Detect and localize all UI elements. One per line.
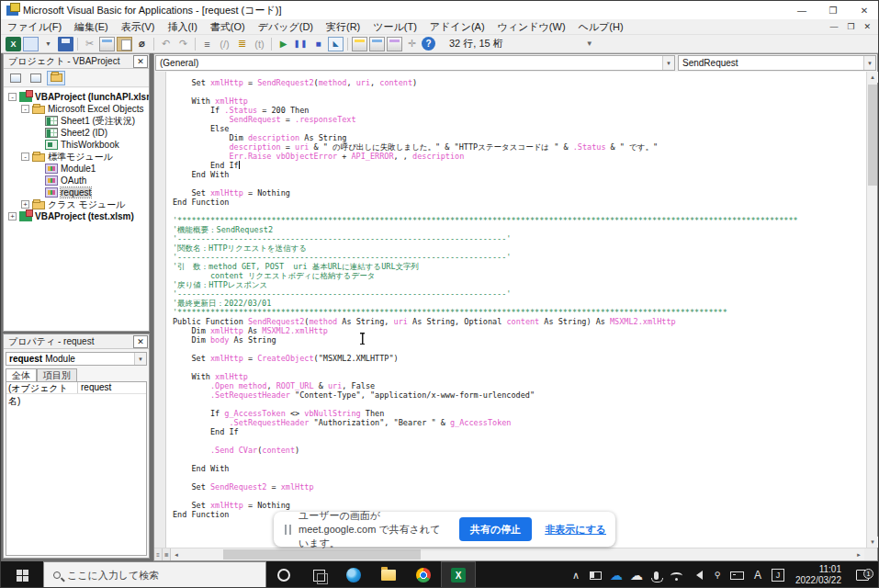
code-line[interactable]: SendRequest = .responseText (173, 115, 866, 124)
expand-icon[interactable]: + (21, 200, 29, 209)
code-line[interactable]: Dim body As String (173, 335, 866, 345)
chrome-button[interactable] (406, 561, 441, 588)
object-browser-icon[interactable] (387, 37, 402, 51)
project-panel-close-icon[interactable]: ✕ (133, 55, 148, 68)
code-line[interactable]: '---------------------------------------… (173, 289, 866, 299)
mdi-minimize-button[interactable]: — (829, 22, 838, 31)
tree-item--[interactable]: -標準モジュール (4, 151, 149, 163)
code-line[interactable] (173, 207, 866, 216)
help-icon[interactable]: ? (422, 37, 435, 51)
cut-icon[interactable]: ✂ (82, 37, 97, 51)
insert-userform-icon[interactable] (23, 37, 39, 51)
chevron-down-icon[interactable]: ▼ (662, 56, 674, 70)
code-line[interactable]: Set SendRequest2 = xmlHttp (173, 482, 866, 492)
paste-icon[interactable] (117, 37, 132, 51)
tree-item-request[interactable]: request (4, 187, 149, 198)
chevron-down-icon[interactable]: ▼ (134, 353, 146, 365)
cortana-button[interactable] (266, 561, 301, 588)
run-icon[interactable]: ▶ (276, 37, 291, 51)
code-line[interactable]: '引 数：method GET, POST uri 基本URLに連結するURL文… (173, 262, 866, 271)
code-line[interactable]: End With (173, 170, 866, 179)
uncomment-block-icon[interactable]: (t) (252, 37, 267, 51)
horizontal-scrollbar[interactable] (182, 548, 853, 560)
code-line[interactable]: If .Status = 200 Then (173, 106, 866, 115)
menu-item-6[interactable]: 実行(R) (320, 19, 366, 35)
code-line[interactable]: .Send CVar(content) (173, 446, 866, 455)
code-line[interactable]: Public Function SendRequest2(method As S… (173, 317, 866, 326)
code-line[interactable] (173, 436, 866, 446)
code-line[interactable]: Set xmlHttp = SendRequest2(method, uri, … (173, 78, 866, 87)
property-row[interactable]: (オブジェクト名)request (6, 382, 146, 394)
comment-block-icon[interactable]: (/) (217, 37, 232, 51)
menu-item-8[interactable]: アドイン(A) (423, 19, 491, 35)
tree-item-vbaproject-test-xlsm-[interactable]: +VBAProject (test.xlsm) (4, 210, 149, 222)
file-explorer-button[interactable] (371, 561, 406, 588)
scroll-up-icon[interactable]: ▲ (867, 72, 878, 83)
code-line[interactable]: Set xmlHttp = CreateObject("MSXML2.XMLHT… (173, 354, 866, 363)
view-excel-icon[interactable]: X (6, 37, 21, 51)
action-center-button[interactable]: 1 (849, 570, 876, 581)
code-text[interactable]: Set xmlHttp = SendRequest2(method, uri, … (166, 72, 866, 519)
tree-item-label[interactable]: OAuth (61, 175, 86, 186)
mdi-restore-button[interactable]: ❐ (847, 22, 854, 31)
redo-icon[interactable]: ↷ (175, 37, 191, 51)
find-icon[interactable]: ⌀ (134, 37, 150, 51)
code-line[interactable]: With xmlHttp (173, 372, 866, 381)
code-line[interactable]: Dim xmlHttp As MSXML2.xmlHttp (173, 326, 866, 335)
stop-sharing-button[interactable]: 共有の停止 (459, 517, 532, 541)
insert-dropdown-icon[interactable]: ▼ (40, 37, 56, 51)
code-editor[interactable]: Set xmlHttp = SendRequest2(method, uri, … (166, 72, 866, 548)
menu-item-5[interactable]: デバッグ(D) (252, 19, 320, 35)
code-line[interactable]: Set xmlHttp = Nothing (173, 188, 866, 198)
scroll-left-icon[interactable]: ◄ (171, 548, 182, 560)
code-line[interactable]: Err.Raise vbObjectError + API_ERROR, , d… (173, 152, 866, 161)
code-line[interactable] (173, 455, 866, 464)
bluetooth-link-icon[interactable]: ⚲ (707, 571, 727, 580)
project-explorer-icon[interactable] (352, 37, 367, 51)
tree-item-microsoft-excel-objects[interactable]: -Microsoft Excel Objects (4, 103, 149, 115)
break-icon[interactable]: ❚❚ (293, 37, 309, 51)
code-line[interactable] (173, 473, 866, 482)
code-line[interactable] (173, 345, 866, 354)
restore-button[interactable]: ❐ (817, 1, 849, 19)
properties-panel-close-icon[interactable]: ✕ (133, 335, 148, 348)
tree-item-label[interactable]: VBAProject (test.xlsm) (35, 211, 134, 221)
collapse-icon[interactable]: - (8, 93, 17, 101)
code-line[interactable] (173, 87, 866, 96)
tree-item-label[interactable]: request (61, 187, 91, 198)
margin-indicator-bar[interactable] (154, 72, 166, 548)
code-line[interactable]: '***************************************… (173, 216, 866, 225)
code-line[interactable]: .SetRequestHeader "Content-Type", "appli… (173, 390, 866, 400)
tray-chevron-up-icon[interactable]: ∧ (566, 570, 586, 582)
vertical-scrollbar[interactable]: ▲ ▼ (866, 72, 877, 548)
taskbar-clock[interactable]: 11:01 2022/03/22 (788, 564, 849, 586)
mdi-close-button[interactable]: ✕ (863, 22, 871, 31)
toolbar-options-icon[interactable]: ▼ (586, 40, 593, 48)
vertical-scroll-thumb[interactable] (868, 85, 877, 186)
design-mode-icon[interactable]: ◣ (328, 37, 344, 51)
code-line[interactable] (173, 363, 866, 372)
touch-keyboard-icon[interactable] (727, 571, 748, 580)
code-line[interactable]: End If (173, 161, 866, 170)
microphone-icon[interactable] (647, 571, 667, 580)
menu-item-1[interactable]: 編集(E) (68, 19, 115, 35)
code-line[interactable]: '戻り値：HTTPレスポンス (173, 280, 866, 289)
code-line[interactable]: description = uri & " の呼び出しに失敗しました。" & "… (173, 142, 866, 152)
menu-item-3[interactable]: 挿入(I) (161, 19, 203, 35)
menu-item-0[interactable]: ファイル(F) (1, 19, 68, 35)
code-line[interactable]: '機能概要：SendRequest2 (173, 225, 866, 234)
code-line[interactable]: content リクエストボディに格納するデータ (173, 271, 866, 280)
menu-item-4[interactable]: 書式(O) (204, 19, 252, 35)
tree-item-sheet2-id-[interactable]: Sheet2 (ID) (4, 127, 149, 139)
collapse-icon[interactable]: - (21, 153, 29, 161)
code-line[interactable]: '---------------------------------------… (173, 253, 866, 262)
tree-item-label[interactable]: 標準モジュール (48, 151, 113, 164)
undo-icon[interactable]: ↶ (158, 37, 174, 51)
display-project-icon[interactable] (586, 571, 606, 580)
scroll-down-icon[interactable]: ▼ (867, 537, 878, 548)
code-line[interactable]: '***************************************… (173, 308, 866, 317)
ime-mode-indicator[interactable]: A (748, 569, 768, 582)
properties-window-icon[interactable] (369, 37, 385, 51)
cloud-sync-icon[interactable]: ☁ (626, 568, 647, 582)
onedrive-icon[interactable]: ☁ (606, 568, 626, 582)
